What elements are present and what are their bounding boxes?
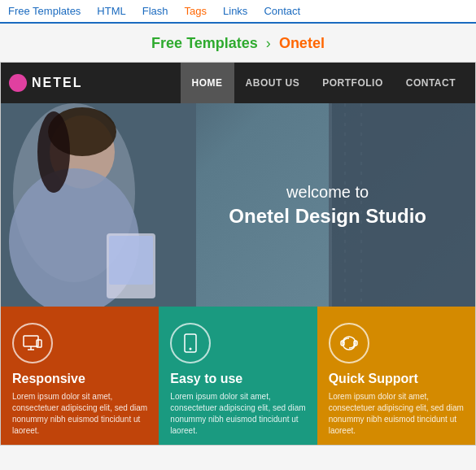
logo-text: NETEL xyxy=(32,76,82,90)
feature-support: Quick Support Lorem ipsum dolor sit amet… xyxy=(317,307,475,445)
breadcrumb-current: Onetel xyxy=(279,35,325,51)
onetel-menu: HOME ABOUT US PORTFOLIO CONTACT xyxy=(181,63,467,103)
support-title: Quick Support xyxy=(329,372,464,386)
onetel-navbar: NETEL HOME ABOUT US PORTFOLIO CONTACT xyxy=(1,63,475,103)
logo-dot xyxy=(9,74,27,92)
nav-link-links[interactable]: Links xyxy=(223,5,247,17)
easy-desc: Lorem ipsum dolor sit amet, consectetuer… xyxy=(170,391,305,437)
responsive-desc: Lorem ipsum dolor sit amet, consectetuer… xyxy=(12,391,147,437)
svg-point-17 xyxy=(190,348,192,350)
hero-studio: Onetel Design Studio xyxy=(229,205,426,228)
easy-icon xyxy=(170,323,211,363)
support-desc: Lorem ipsum dolor sit amet, consectetuer… xyxy=(329,391,464,437)
inner-frame: NETEL HOME ABOUT US PORTFOLIO CONTACT xyxy=(0,62,476,446)
easy-title: Easy to use xyxy=(170,372,305,386)
menu-item-portfolio[interactable]: PORTFOLIO xyxy=(311,63,395,103)
svg-rect-5 xyxy=(109,236,153,285)
hero-image xyxy=(1,103,196,307)
responsive-title: Responsive xyxy=(12,372,147,386)
support-icon xyxy=(329,323,369,363)
breadcrumb-link[interactable]: Free Templates xyxy=(151,35,258,51)
hero-text: welcome to Onetel Design Studio xyxy=(229,183,426,228)
menu-item-about[interactable]: ABOUT US xyxy=(234,63,312,103)
menu-item-contact[interactable]: CONTACT xyxy=(395,63,467,103)
feature-easy: Easy to use Lorem ipsum dolor sit amet, … xyxy=(159,307,317,445)
responsive-icon xyxy=(12,323,53,363)
feature-responsive: Responsive Lorem ipsum dolor sit amet, c… xyxy=(1,307,159,445)
top-nav: Free Templates HTML Flash Tags Links Con… xyxy=(0,0,476,24)
breadcrumb-separator: › xyxy=(266,35,271,51)
nav-link-html[interactable]: HTML xyxy=(97,5,125,17)
breadcrumb: Free Templates › Onetel xyxy=(0,24,476,62)
nav-link-flash[interactable]: Flash xyxy=(142,5,168,17)
onetel-logo: NETEL xyxy=(9,74,181,92)
svg-point-7 xyxy=(37,111,70,193)
hero-section: welcome to Onetel Design Studio xyxy=(1,103,475,307)
nav-link-free-templates[interactable]: Free Templates xyxy=(8,5,81,17)
features-section: Responsive Lorem ipsum dolor sit amet, c… xyxy=(1,307,475,445)
nav-link-tags[interactable]: Tags xyxy=(185,5,207,17)
menu-item-home[interactable]: HOME xyxy=(181,63,234,103)
nav-link-contact[interactable]: Contact xyxy=(264,5,300,17)
hero-welcome: welcome to xyxy=(229,183,426,202)
